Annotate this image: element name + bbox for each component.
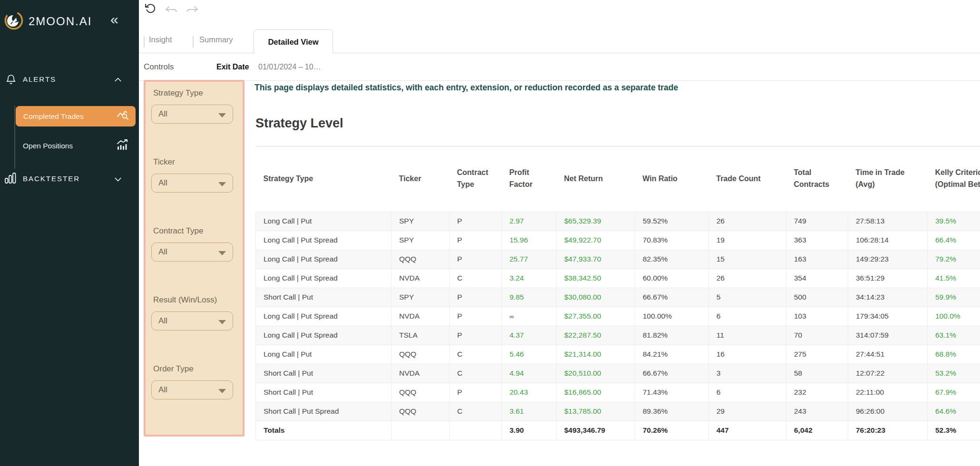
filter-label: Contract Type bbox=[153, 226, 243, 236]
table-cell: Short Call | Put Spread bbox=[256, 402, 392, 421]
table-cell: 232 bbox=[786, 383, 848, 402]
table-cell: NVDA bbox=[392, 364, 450, 383]
table-cell: 58 bbox=[786, 364, 848, 383]
table-cell: P bbox=[450, 231, 502, 250]
table-cell: 5.46 bbox=[502, 345, 557, 364]
tab-detailed-view[interactable]: Detailed View bbox=[254, 29, 333, 54]
table-cell: 20.43 bbox=[502, 383, 557, 402]
exit-date-value[interactable]: 01/01/2024 – 10… bbox=[258, 63, 321, 71]
table-row: Long Call | Put SpreadQQQP25.77$47,933.7… bbox=[256, 250, 980, 269]
table-cell: Long Call | Put Spread bbox=[256, 250, 392, 269]
caret-down-icon bbox=[218, 251, 226, 255]
table-cell: 3.61 bbox=[502, 402, 557, 421]
table-cell: Long Call | Put bbox=[256, 212, 392, 231]
filter-label: Strategy Type bbox=[153, 88, 243, 98]
table-row: Long Call | Put SpreadNVDAC3.24$38,342.5… bbox=[256, 269, 980, 288]
redo-icon[interactable] bbox=[186, 3, 198, 15]
table-cell bbox=[450, 421, 502, 440]
sidebar-item-completed-trades[interactable]: Completed Trades bbox=[16, 106, 136, 126]
table-cell: P bbox=[450, 288, 502, 307]
table-cell: Short Call | Put bbox=[256, 383, 392, 402]
column-header[interactable]: Profit Factor bbox=[502, 146, 557, 212]
table-row: Long Call | Put SpreadSPYP15.96$49,922.7… bbox=[256, 231, 980, 250]
column-header[interactable]: Time in Trade (Avg) bbox=[848, 146, 928, 212]
contract-type-select[interactable]: All bbox=[151, 243, 233, 262]
table-cell: 76:20:23 bbox=[848, 421, 928, 440]
sidebar-section-alerts[interactable]: ALERTS bbox=[0, 74, 139, 87]
table-cell: Long Call | Put bbox=[256, 345, 392, 364]
tab-bar: Insight Summary Detailed View bbox=[139, 29, 980, 53]
table-cell: P bbox=[450, 307, 502, 326]
column-header[interactable]: Contract Type bbox=[450, 146, 502, 212]
table-row: Long Call | Put SpreadTSLAP4.37$22,287.5… bbox=[256, 326, 980, 345]
table-cell: 39.5% bbox=[928, 212, 980, 231]
chart-up-icon bbox=[117, 139, 129, 153]
selected-value: All bbox=[158, 247, 167, 257]
column-header[interactable]: Net Return bbox=[557, 146, 635, 212]
table-cell: C bbox=[450, 269, 502, 288]
table-cell: $27,355.00 bbox=[557, 307, 635, 326]
sidebar-section-label: ALERTS bbox=[23, 75, 56, 83]
table-cell: Long Call | Put Spread bbox=[256, 307, 392, 326]
result-select[interactable]: All bbox=[151, 311, 233, 330]
table-cell: 27:44:51 bbox=[848, 345, 928, 364]
table-cell: 149:29:23 bbox=[848, 250, 928, 269]
table-cell: TSLA bbox=[392, 326, 450, 345]
strategy-type-select[interactable]: All bbox=[151, 105, 233, 124]
column-header[interactable]: Ticker bbox=[392, 146, 450, 212]
table-cell: 63.1% bbox=[928, 326, 980, 345]
table-cell: 70 bbox=[786, 326, 848, 345]
column-header[interactable]: Kelly Criterion (Optimal Bet Size) bbox=[928, 146, 980, 212]
controls-label: Controls bbox=[144, 62, 174, 72]
tab-summary[interactable]: Summary bbox=[199, 35, 233, 44]
reset-icon[interactable] bbox=[145, 3, 157, 15]
table-cell: 106:28:14 bbox=[848, 231, 928, 250]
table-cell: $22,287.50 bbox=[557, 326, 635, 345]
table-cell: 26 bbox=[709, 269, 786, 288]
undo-icon[interactable] bbox=[165, 3, 177, 15]
table-cell: 71.43% bbox=[635, 383, 709, 402]
selected-value: All bbox=[158, 316, 167, 326]
table-cell: SPY bbox=[392, 231, 450, 250]
table-cell: Long Call | Put Spread bbox=[256, 326, 392, 345]
bell-icon bbox=[5, 74, 17, 85]
sidebar-item-open-positions[interactable]: Open Positions bbox=[16, 138, 136, 154]
tab-separator bbox=[144, 36, 145, 48]
ticker-select[interactable]: All bbox=[151, 174, 233, 193]
sidebar-section-backtester[interactable]: BACKTESTER bbox=[0, 172, 139, 186]
selected-value: All bbox=[158, 109, 167, 119]
table-cell: $20,510.00 bbox=[557, 364, 635, 383]
brand[interactable]: 2MOON.AI bbox=[4, 10, 92, 32]
filter-panel: Strategy Type All Ticker All Contract Ty… bbox=[144, 80, 245, 437]
table-cell: 81.82% bbox=[635, 326, 709, 345]
table-cell: 79.2% bbox=[928, 250, 980, 269]
table-row: Long Call | PutSPYP2.97$65,329.3959.52%2… bbox=[256, 212, 980, 231]
table-cell: 11 bbox=[709, 326, 786, 345]
table-cell: Short Call | Put bbox=[256, 364, 392, 383]
sidebar-collapse-icon[interactable]: « bbox=[110, 12, 118, 27]
table-cell: 500 bbox=[786, 288, 848, 307]
table-cell: P bbox=[450, 326, 502, 345]
chart-search-icon bbox=[117, 110, 129, 123]
column-header[interactable]: Trade Count bbox=[709, 146, 786, 212]
bar-chart-icon bbox=[4, 172, 16, 184]
sidebar-section-label: BACKTESTER bbox=[23, 175, 80, 183]
tab-insight[interactable]: Insight bbox=[149, 35, 172, 44]
column-header[interactable]: Total Contracts bbox=[786, 146, 848, 212]
column-header[interactable]: Strategy Type bbox=[256, 146, 392, 212]
table-totals-row: Totals3.90$493,346.7970.26%4476,04276:20… bbox=[256, 421, 980, 440]
order-type-select[interactable]: All bbox=[151, 380, 233, 399]
app-window: 2MOON.AI « ALERTS Completed Trades bbox=[0, 0, 980, 466]
table-cell: 22:11:00 bbox=[848, 383, 928, 402]
table-cell: $16,865.00 bbox=[557, 383, 635, 402]
table-cell: 5 bbox=[709, 288, 786, 307]
table-cell: 82.35% bbox=[635, 250, 709, 269]
table-cell: Short Call | Put bbox=[256, 288, 392, 307]
table-cell: QQQ bbox=[392, 402, 450, 421]
table-cell: 3.90 bbox=[502, 421, 557, 440]
column-header[interactable]: Win Ratio bbox=[635, 146, 709, 212]
moon-rocket-logo-icon bbox=[4, 10, 24, 32]
table-cell: C bbox=[450, 402, 502, 421]
filter-label: Ticker bbox=[153, 157, 243, 167]
table-cell: Long Call | Put Spread bbox=[256, 231, 392, 250]
